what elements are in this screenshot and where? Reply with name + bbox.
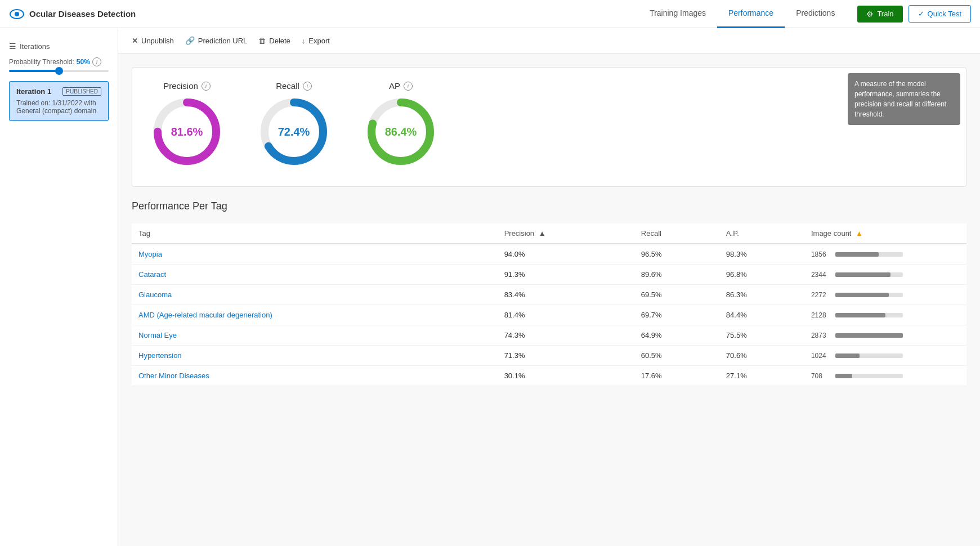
cell-tag: Other Minor Diseases [132, 366, 498, 386]
svg-point-1 [15, 12, 19, 16]
tag-link[interactable]: Hypertension [138, 351, 182, 360]
cell-count: 1024 [804, 346, 966, 366]
col-header-tag[interactable]: Tag [132, 223, 498, 244]
cell-ap: 75.5% [719, 325, 804, 346]
bar-fill [835, 272, 890, 277]
delete-button[interactable]: 🗑 Delete [258, 37, 290, 45]
iteration-card[interactable]: Iteration 1 PUBLISHED Trained on: 1/31/2… [9, 81, 109, 121]
train-button[interactable]: ⚙ Train [857, 6, 902, 23]
tag-link[interactable]: Cataract [138, 270, 166, 279]
recall-title: Recall i [276, 81, 312, 91]
sidebar-iterations-section: ☰ Iterations Probability Threshold: 50% … [0, 37, 118, 130]
count-value: 1024 [811, 352, 831, 360]
ap-info-icon[interactable]: i [404, 82, 413, 91]
bar-container: 2128 [811, 311, 960, 319]
nav-performance[interactable]: Performance [717, 0, 785, 28]
bar-container: 1024 [811, 352, 960, 360]
unpublish-button[interactable]: ✕ Unpublish [132, 37, 174, 45]
table-row: Glaucoma 83.4% 69.5% 86.3% 2272 [132, 285, 966, 305]
tag-link[interactable]: Other Minor Diseases [138, 372, 209, 380]
list-icon: ☰ [9, 42, 16, 51]
cell-ap: 86.3% [719, 285, 804, 305]
bar-container: 2873 [811, 332, 960, 339]
ap-title: AP i [389, 81, 413, 91]
precision-value: 81.6% [171, 126, 203, 138]
quick-test-button[interactable]: ✓ Quick Test [909, 5, 971, 23]
cell-recall: 96.5% [634, 244, 719, 265]
cell-ap: 70.6% [719, 346, 804, 366]
bar-container: 708 [811, 372, 960, 380]
cell-recall: 89.6% [634, 265, 719, 285]
sort-icon: ▲ [539, 229, 546, 238]
count-value: 2128 [811, 311, 831, 319]
cell-precision: 74.3% [498, 325, 634, 346]
bar-fill [835, 333, 903, 338]
warning-icon: ▲ [856, 229, 863, 238]
cell-precision: 30.1% [498, 366, 634, 386]
col-header-recall[interactable]: Recall [634, 223, 719, 244]
threshold-slider[interactable] [9, 70, 109, 72]
nav-predictions[interactable]: Predictions [785, 0, 846, 28]
col-header-precision[interactable]: Precision ▲ [498, 223, 634, 244]
sidebar: ☰ Iterations Probability Threshold: 50% … [0, 28, 118, 546]
cell-precision: 81.4% [498, 305, 634, 325]
link-icon: 🔗 [185, 36, 195, 45]
precision-info-icon[interactable]: i [202, 82, 211, 91]
recall-donut: 72.4% [257, 95, 330, 168]
threshold-label: Probability Threshold: 50% i [9, 57, 109, 66]
cell-recall: 69.7% [634, 305, 719, 325]
cell-recall: 60.5% [634, 346, 719, 366]
bar-track [835, 252, 903, 257]
bar-container: 2344 [811, 271, 960, 279]
col-header-image-count[interactable]: Image count ▲ [804, 223, 966, 244]
app-header: Ocular Diseases Detection Training Image… [0, 0, 980, 28]
col-header-ap[interactable]: A.P. [719, 223, 804, 244]
table-row: Myopia 94.0% 96.5% 98.3% 1856 [132, 244, 966, 265]
sidebar-item-iterations[interactable]: ☰ Iterations [9, 42, 109, 51]
bar-fill [835, 374, 852, 378]
app-title: Ocular Diseases Detection [29, 9, 136, 19]
bar-track [835, 293, 903, 297]
threshold-info-icon[interactable]: i [92, 57, 101, 66]
per-tag-section: Performance Per Tag Tag Precision ▲ Reca… [132, 200, 966, 386]
cell-tag: Myopia [132, 244, 498, 265]
header-nav: Training Images Performance Predictions [638, 0, 846, 28]
bar-container: 1856 [811, 250, 960, 258]
export-button[interactable]: ↓ Export [302, 37, 330, 45]
header-actions: ⚙ Train ✓ Quick Test [857, 5, 971, 23]
metrics-row: Precision i 81.6% Recall [150, 81, 948, 168]
tag-link[interactable]: AMD (Age-related macular degeneration) [138, 311, 272, 319]
cell-ap: 84.4% [719, 305, 804, 325]
cell-count: 2344 [804, 265, 966, 285]
eye-icon [9, 6, 25, 22]
precision-title: Precision i [163, 81, 211, 91]
download-icon: ↓ [302, 37, 306, 45]
table-row: Hypertension 71.3% 60.5% 70.6% 1024 [132, 346, 966, 366]
slider-fill [9, 70, 59, 72]
prediction-url-button[interactable]: 🔗 Prediction URL [185, 36, 247, 45]
table-row: Other Minor Diseases 30.1% 17.6% 27.1% 7… [132, 366, 966, 386]
nav-training-images[interactable]: Training Images [638, 0, 717, 28]
table-row: Cataract 91.3% 89.6% 96.8% 2344 [132, 265, 966, 285]
main-content: ✕ Unpublish 🔗 Prediction URL 🗑 Delete ↓ … [118, 28, 980, 546]
bar-track [835, 353, 903, 358]
bar-fill [835, 293, 889, 297]
bar-fill [835, 353, 860, 358]
per-tag-title: Performance Per Tag [132, 200, 966, 212]
count-value: 1856 [811, 250, 831, 258]
toolbar: ✕ Unpublish 🔗 Prediction URL 🗑 Delete ↓ … [118, 28, 980, 53]
cell-precision: 83.4% [498, 285, 634, 305]
trash-icon: 🗑 [258, 37, 266, 45]
recall-info-icon[interactable]: i [303, 82, 312, 91]
slider-thumb[interactable] [55, 67, 63, 75]
tag-link[interactable]: Glaucoma [138, 290, 172, 299]
cell-ap: 96.8% [719, 265, 804, 285]
cell-precision: 94.0% [498, 244, 634, 265]
cell-precision: 71.3% [498, 346, 634, 366]
tag-link[interactable]: Myopia [138, 250, 162, 258]
x-icon: ✕ [132, 37, 138, 45]
precision-card: Precision i 81.6% [150, 81, 223, 168]
cell-recall: 69.5% [634, 285, 719, 305]
tag-link[interactable]: Normal Eye [138, 331, 177, 339]
ap-value: 86.4% [385, 126, 417, 138]
